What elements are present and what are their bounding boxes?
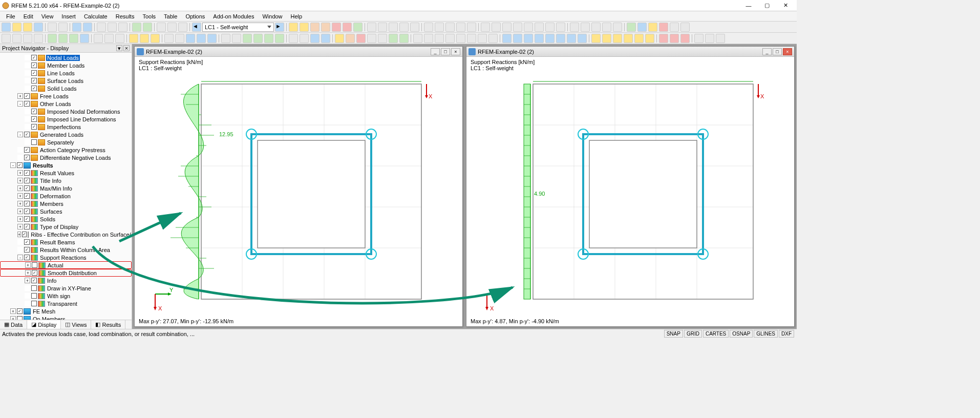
tool2-j6[interactable] [645, 34, 654, 43]
tree-checkbox[interactable]: ✓ [22, 232, 27, 237]
tree-node[interactable]: +✓FE Mesh [0, 307, 132, 315]
tool2-k1[interactable] [659, 34, 668, 43]
tree-checkbox[interactable]: ✓ [31, 109, 37, 114]
expand-icon[interactable]: + [17, 170, 23, 176]
tool2-i1[interactable] [502, 34, 512, 43]
tool-undo[interactable] [72, 23, 81, 32]
tool-copy[interactable] [108, 23, 117, 32]
tree-checkbox[interactable]: ✓ [31, 116, 37, 122]
tool2-i6[interactable] [556, 34, 565, 43]
nav-tab-views[interactable]: ◫Views [61, 320, 91, 329]
expand-icon[interactable]: + [25, 270, 31, 276]
nav-tab-data[interactable]: ▦Data [0, 320, 27, 329]
tree-checkbox[interactable]: ✓ [31, 86, 37, 91]
tool2-j3[interactable] [613, 34, 622, 43]
tree-checkbox[interactable] [31, 139, 37, 145]
tree-checkbox[interactable]: ✓ [24, 201, 30, 206]
tree-checkbox[interactable]: ✓ [24, 193, 30, 199]
view2-close-button[interactable]: × [783, 48, 792, 55]
tool-addon-5[interactable] [670, 23, 679, 32]
tool-geom-7[interactable] [545, 23, 555, 32]
tool2-g5[interactable] [378, 34, 387, 43]
tree-checkbox[interactable]: ✓ [24, 178, 30, 183]
tree-node[interactable]: Draw in XY-Plane [0, 284, 132, 292]
expand-icon[interactable]: + [25, 262, 31, 268]
prev-loadcase-button[interactable]: ◄ [192, 23, 201, 32]
tool2-a2[interactable] [58, 34, 68, 43]
tool2-d5[interactable] [207, 34, 217, 43]
menu-window[interactable]: Window [258, 12, 286, 20]
tree-checkbox[interactable]: ✓ [24, 216, 30, 222]
tree-checkbox[interactable]: ✓ [32, 270, 37, 276]
tool2-k2[interactable] [670, 34, 679, 43]
maximize-button[interactable]: ▢ [758, 1, 776, 10]
tree-node[interactable]: ✓Imposed Nodal Deformations [0, 108, 132, 115]
tool-misc-a3[interactable] [389, 23, 398, 32]
tool-calc[interactable] [132, 23, 141, 32]
tool2-c1[interactable] [129, 34, 138, 43]
tool-new[interactable] [2, 23, 11, 32]
tool2-g7[interactable] [399, 34, 409, 43]
navigator-close-button[interactable]: × [123, 45, 130, 51]
tool2-e1[interactable] [221, 34, 230, 43]
tool2-e4[interactable] [253, 34, 263, 43]
tool-redo[interactable] [83, 23, 92, 32]
tree-node[interactable]: -✓Support Reactions [0, 254, 132, 261]
tree-checkbox[interactable]: ✓ [24, 255, 30, 260]
tool-misc-b3[interactable] [445, 23, 455, 32]
tool-geom-5[interactable] [524, 23, 533, 32]
tool2-c2[interactable] [140, 34, 149, 43]
status-glines[interactable]: GLINES [754, 330, 778, 338]
tree-node[interactable]: +✓Surfaces [0, 207, 132, 215]
tree-node[interactable]: +Actual [0, 261, 132, 269]
tree-node[interactable]: +✓Ribs - Effective Contribution on Surfa… [0, 231, 132, 238]
tree-node[interactable]: ✓Member Loads [0, 61, 132, 69]
status-snap[interactable]: SNAP [664, 330, 683, 338]
tool2-e2[interactable] [232, 34, 241, 43]
tool2-i2[interactable] [513, 34, 522, 43]
tree-node[interactable]: ✓Action Category Prestress [0, 146, 132, 154]
expand-icon[interactable]: + [10, 308, 16, 314]
tool-geom-1[interactable] [481, 23, 490, 32]
tool-addon-1[interactable] [627, 23, 636, 32]
tool-paste[interactable] [118, 23, 127, 32]
tool2-d1[interactable] [164, 34, 174, 43]
tree-node[interactable]: ✓Imperfections [0, 123, 132, 131]
tool-open[interactable] [12, 23, 22, 32]
tree-checkbox[interactable]: ✓ [24, 132, 30, 137]
status-dxf[interactable]: DXF [779, 330, 794, 338]
tool2-i4[interactable] [535, 34, 544, 43]
tree-node[interactable]: ✓Surface Loads [0, 77, 132, 85]
tool2-a4[interactable] [80, 34, 89, 43]
tree-node[interactable]: ✓Result Beams [0, 238, 132, 246]
tree-checkbox[interactable]: ✓ [31, 124, 37, 130]
menu-table[interactable]: Table [160, 12, 181, 20]
tree-node[interactable]: +✓Title Info [0, 177, 132, 184]
view1-close-button[interactable]: × [451, 48, 460, 55]
tool-result-1[interactable] [289, 23, 298, 32]
view1-canvas[interactable]: Support Reactions [kN/m] LC1 : Self-weig… [135, 57, 462, 326]
next-loadcase-button[interactable]: ► [275, 23, 284, 32]
tool-result-3[interactable] [310, 23, 319, 32]
tool-addon-3[interactable] [648, 23, 657, 32]
expand-icon[interactable]: + [17, 201, 23, 206]
expand-icon[interactable]: + [17, 224, 23, 229]
menu-results[interactable]: Results [112, 12, 139, 20]
tool-misc-a4[interactable] [399, 23, 409, 32]
minimize-button[interactable]: — [739, 1, 758, 10]
tool2-e5[interactable] [264, 34, 273, 43]
view2-canvas[interactable]: Support Reactions [kN/m] LC1 : Self-weig… [466, 57, 794, 326]
close-button[interactable]: ✕ [776, 1, 795, 10]
tool2-l1[interactable] [694, 34, 704, 43]
tool-load-1[interactable] [570, 23, 579, 32]
tree-node[interactable]: +On Members [0, 315, 132, 320]
tree-node[interactable]: +✓Solids [0, 215, 132, 223]
tool-geom-4[interactable] [513, 23, 522, 32]
tool-result-5[interactable] [332, 23, 341, 32]
tool-geom-6[interactable] [535, 23, 544, 32]
view2-maximize-button[interactable]: □ [773, 48, 782, 55]
tree-checkbox[interactable]: ✓ [31, 278, 37, 283]
tool-folder[interactable] [23, 23, 32, 32]
expand-icon[interactable]: + [17, 185, 23, 191]
tool2-b3[interactable] [115, 34, 124, 43]
